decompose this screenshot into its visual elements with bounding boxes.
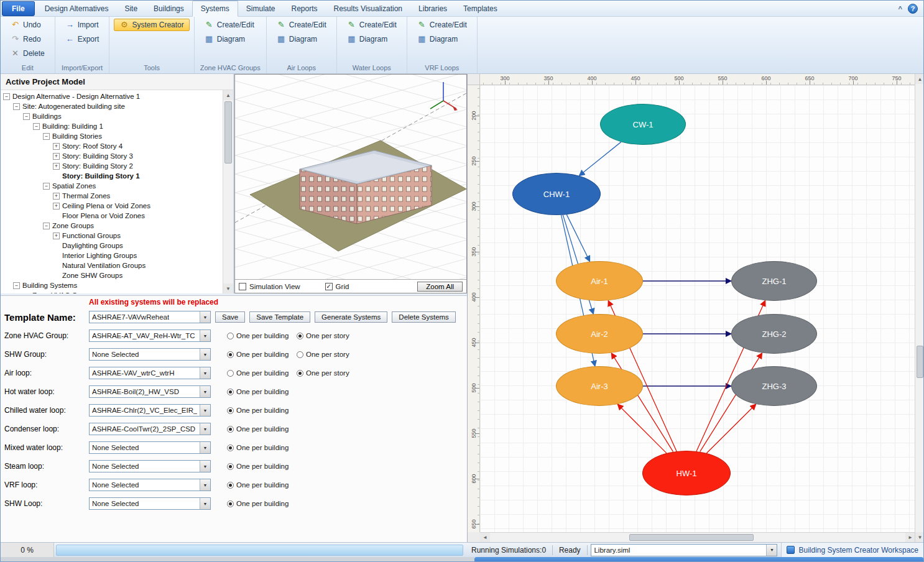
radio-icon[interactable] <box>227 407 234 414</box>
diagram-horizontal-scrollbar[interactable]: ◄ ► <box>480 532 915 542</box>
tree-item-zone-hvac-groups[interactable]: Zone HVAC Groups <box>1 290 233 293</box>
collapse-icon[interactable]: − <box>43 223 50 229</box>
radio-option-one-per-building[interactable]: One per building <box>227 500 297 507</box>
tree-item-natural-ventilation-groups[interactable]: Natural Ventilation Groups <box>1 260 233 270</box>
radio-option-one-per-building[interactable]: One per building <box>227 481 297 489</box>
expand-icon[interactable]: + <box>53 233 60 239</box>
radio-option-one-per-story[interactable]: One per story <box>297 351 366 358</box>
radio-icon[interactable] <box>227 463 234 470</box>
create-edit-button[interactable]: ✎Create/Edit <box>341 19 402 31</box>
library-file-dropdown[interactable]: Library.siml ▼ <box>591 544 777 556</box>
shw-loop-dropdown[interactable]: None Selected▼ <box>89 497 211 510</box>
chevron-down-icon[interactable]: ▼ <box>200 311 210 323</box>
diagram-button[interactable]: ▦Diagram <box>341 33 393 45</box>
expand-icon[interactable]: + <box>53 163 60 170</box>
tree-item-thermal-zones[interactable]: +Thermal Zones <box>1 191 233 201</box>
tree-item-site-autogenerated-building-site[interactable]: −Site: Autogenerated building site <box>1 101 233 111</box>
tab-file[interactable]: File <box>2 1 35 16</box>
radio-option-one-per-story[interactable]: One per story <box>297 332 366 339</box>
help-icon[interactable]: ? <box>908 4 918 14</box>
radio-option-one-per-story[interactable]: One per story <box>297 369 366 377</box>
diagram-button[interactable]: ▦Diagram <box>271 33 323 45</box>
expand-icon[interactable]: + <box>53 143 60 150</box>
tree-item-spatial-zones[interactable]: −Spatial Zones <box>1 181 233 191</box>
tree-item-design-alternative-design-alternative-1[interactable]: −Design Alternative - Design Alternative… <box>1 91 233 101</box>
tree-item-ceiling-plena-or-void-zones[interactable]: +Ceiling Plena or Void Zones <box>1 201 233 211</box>
condenser-loop-dropdown[interactable]: ASHRAE-CoolTwr(2)_2SP_CSD▼ <box>89 423 211 435</box>
undo-button[interactable]: ↶Undo <box>5 19 47 31</box>
diagram-node-air-2[interactable]: Air-2 <box>556 314 643 354</box>
tab-simulate[interactable]: Simulate <box>238 1 284 16</box>
diagram-node-zhg-2[interactable]: ZHG-2 <box>731 314 817 354</box>
tree-item-zone-groups[interactable]: −Zone Groups <box>1 221 233 231</box>
scroll-left-icon[interactable]: ◄ <box>480 533 490 542</box>
tree-item-buildings[interactable]: −Buildings <box>1 111 233 121</box>
expand-icon[interactable]: + <box>53 153 60 160</box>
collapse-icon[interactable]: − <box>3 93 10 100</box>
chevron-down-icon[interactable]: ▼ <box>200 367 210 379</box>
diagram-vertical-scrollbar[interactable]: ▲ ▼ <box>915 74 924 542</box>
expand-icon[interactable]: + <box>53 193 60 200</box>
system-creator-button[interactable]: ⚙System Creator <box>114 19 189 31</box>
tab-systems[interactable]: Systems <box>192 1 238 17</box>
tree-item-floor-plena-or-void-zones[interactable]: Floor Plena or Void Zones <box>1 211 233 221</box>
save-button[interactable]: Save <box>215 311 245 323</box>
tab-results-visualization[interactable]: Results Visualization <box>326 1 411 16</box>
tab-site[interactable]: Site <box>116 1 146 16</box>
radio-icon[interactable] <box>227 370 234 377</box>
collapse-icon[interactable]: − <box>43 183 50 190</box>
radio-option-one-per-building[interactable]: One per building <box>227 369 297 377</box>
chevron-down-icon[interactable]: ▼ <box>200 330 210 341</box>
diagram-canvas[interactable]: CW-1CHW-1Air-1Air-2Air-3ZHG-1ZHG-2ZHG-3H… <box>480 85 915 532</box>
tree-item-story-roof-story-4[interactable]: +Story: Roof Story 4 <box>1 141 233 151</box>
collapse-ribbon-icon[interactable]: ^ <box>899 5 902 12</box>
chevron-down-icon[interactable]: ▼ <box>200 498 210 509</box>
chilled-water-loop-dropdown[interactable]: ASHRAE-Chlr(2)_VC_Elec_EIR_▼ <box>89 404 211 417</box>
tab-design-alternatives[interactable]: Design Alternatives <box>37 1 117 16</box>
simulation-view-toggle[interactable]: Simulation View <box>239 283 300 290</box>
3d-scene[interactable] <box>235 75 466 279</box>
diagram-button[interactable]: ▦Diagram <box>412 33 463 45</box>
diagram-node-zhg-3[interactable]: ZHG-3 <box>731 366 817 406</box>
mixed-water-loop-dropdown[interactable]: None Selected▼ <box>89 441 211 454</box>
chevron-down-icon[interactable]: ▼ <box>200 461 210 472</box>
generate-systems-button[interactable]: Generate Systems <box>315 311 387 323</box>
diagram-node-chw-1[interactable]: CHW-1 <box>512 173 601 215</box>
radio-icon[interactable] <box>227 389 234 395</box>
create-edit-button[interactable]: ✎Create/Edit <box>199 19 260 31</box>
radio-icon[interactable] <box>227 445 234 451</box>
tree-item-building-building-1[interactable]: −Building: Building 1 <box>1 121 233 131</box>
save-template-button[interactable]: Save Template <box>249 311 310 323</box>
radio-option-one-per-building[interactable]: One per building <box>227 351 297 358</box>
delete-systems-button[interactable]: Delete Systems <box>392 311 456 323</box>
chevron-down-icon[interactable]: ▼ <box>200 442 210 453</box>
chevron-down-icon[interactable]: ▼ <box>200 405 210 416</box>
tree-item-functional-groups[interactable]: +Functional Groups <box>1 231 233 241</box>
template-name-dropdown[interactable]: ASHRAE7-VAVwReheat ▼ <box>89 311 211 323</box>
create-edit-button[interactable]: ✎Create/Edit <box>271 19 332 31</box>
tree-item-interior-lighting-groups[interactable]: Interior Lighting Groups <box>1 251 233 260</box>
import-button[interactable]: →Import <box>60 19 104 31</box>
scrollbar-thumb[interactable] <box>224 101 232 164</box>
scroll-down-icon[interactable]: ▼ <box>223 283 233 293</box>
tree-item-story-building-story-2[interactable]: +Story: Building Story 2 <box>1 161 233 171</box>
redo-button[interactable]: ↷Redo <box>5 33 47 45</box>
radio-option-one-per-building[interactable]: One per building <box>227 463 297 470</box>
radio-icon[interactable] <box>227 500 234 507</box>
tree-item-zone-shw-groups[interactable]: Zone SHW Groups <box>1 270 233 280</box>
radio-option-one-per-building[interactable]: One per building <box>227 425 297 433</box>
hot-water-loop-dropdown[interactable]: ASHRAE-Boil(2)_HW_VSD▼ <box>89 385 211 398</box>
grid-toggle[interactable]: ✓ Grid <box>325 283 349 290</box>
vrf-loop-dropdown[interactable]: None Selected▼ <box>89 479 211 491</box>
chevron-down-icon[interactable]: ▼ <box>200 423 210 435</box>
scrollbar-thumb[interactable] <box>917 346 923 378</box>
tree-item-building-stories[interactable]: −Building Stories <box>1 131 233 141</box>
radio-option-one-per-building[interactable]: One per building <box>227 332 297 339</box>
scroll-down-icon[interactable]: ▼ <box>915 532 924 542</box>
diagram-node-cw-1[interactable]: CW-1 <box>600 104 686 145</box>
tab-libraries[interactable]: Libraries <box>410 1 455 16</box>
tree-scrollbar[interactable]: ▲ ▼ <box>223 90 233 293</box>
tab-buildings[interactable]: Buildings <box>146 1 192 16</box>
diagram-node-hw-1[interactable]: HW-1 <box>642 451 731 495</box>
collapse-icon[interactable]: − <box>13 282 20 289</box>
